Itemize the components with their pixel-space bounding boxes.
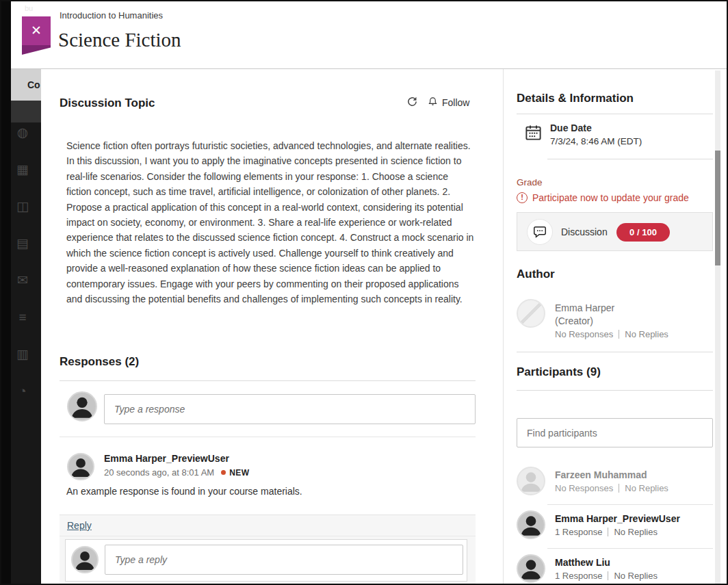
underlay-nav-icon-grid: ▦	[15, 162, 30, 177]
author-stats: No Responses No Replies	[555, 329, 668, 339]
underlay-top-text: bu	[25, 4, 33, 12]
follow-button[interactable]: Follow	[428, 96, 469, 109]
response-author-name: Emma Harper_PreviewUser	[104, 453, 229, 464]
scrollbar-track[interactable]	[715, 70, 720, 584]
reply-user-avatar	[71, 546, 99, 573]
reply-section: Reply	[60, 515, 476, 585]
response-body: An example response is found in your cou…	[66, 486, 302, 497]
author-avatar	[517, 299, 545, 328]
bell-icon	[428, 96, 438, 109]
topic-actions: Follow	[406, 96, 469, 109]
underlay-nav-icon-panel: ◫	[15, 199, 30, 214]
participant-name[interactable]: Emma Harper_PreviewUser	[555, 513, 680, 524]
participant-avatar	[517, 554, 545, 583]
participant-divider	[547, 504, 713, 505]
refresh-button[interactable]	[406, 96, 418, 109]
participant-responses: 1 Response	[555, 527, 602, 537]
author-replies-count: No Replies	[625, 329, 668, 339]
details-divider-4	[517, 390, 713, 391]
author-name: Emma Harper	[555, 302, 614, 313]
responses-divider	[60, 380, 476, 381]
follow-label: Follow	[442, 97, 469, 108]
app-nav-strip	[0, 0, 11, 585]
reply-link-row: Reply	[60, 515, 476, 536]
participants-heading: Participants (9)	[517, 365, 601, 379]
participant-name[interactable]: Farzeen Muhammad	[555, 469, 647, 480]
author-role: (Creator)	[555, 315, 593, 326]
page-title: Science Fiction	[58, 29, 181, 51]
participant-replies: No Replies	[614, 571, 658, 581]
grade-item-label: Discussion	[561, 226, 608, 237]
response-meta: 20 seconds ago, at 8:01 AM NEW	[104, 467, 249, 478]
details-divider-3	[517, 352, 713, 352]
calendar-icon	[524, 123, 543, 144]
stats-divider	[619, 484, 619, 493]
header-divider	[11, 68, 727, 69]
underlay-nav-icon-mail: ✉	[15, 273, 30, 288]
underlay-course-menu	[11, 69, 41, 585]
underlay-nav-icon-list: ▤	[15, 236, 30, 251]
reply-link[interactable]: Reply	[67, 520, 92, 531]
participant-responses: 1 Response	[555, 571, 602, 581]
author-responses-count: No Responses	[555, 329, 613, 339]
discussion-icon	[527, 219, 553, 245]
discussion-topic-heading: Discussion Topic	[60, 96, 155, 110]
grade-item-row[interactable]: Discussion 0 / 100	[517, 212, 713, 251]
participant-stats: 1 Response No Replies	[555, 571, 658, 581]
stats-divider	[608, 528, 608, 536]
response-author-avatar	[67, 453, 94, 480]
scrollbar-thumb[interactable]	[715, 151, 720, 265]
reply-input[interactable]	[105, 545, 463, 575]
grade-warning-text: Participate now to update your grade	[532, 192, 689, 203]
response-timestamp: 20 seconds ago, at 8:01 AM	[104, 467, 214, 478]
underlay-nav-icon-clock: ◔	[15, 384, 30, 399]
discussion-topic-body: Science fiction often portrays futuristi…	[66, 138, 475, 307]
current-user-avatar	[67, 391, 97, 421]
underlay-band	[11, 101, 41, 122]
participant-stats: No Responses No Replies	[555, 483, 668, 493]
responses-heading: Responses (2)	[60, 355, 139, 369]
participant-responses: No Responses	[555, 483, 613, 493]
participant-divider	[547, 548, 713, 549]
underlay-nav-icon-menu: ≡	[15, 310, 30, 325]
underlay-nav-icon-globe: ◍	[15, 125, 30, 140]
find-participants-input[interactable]	[517, 418, 713, 447]
author-heading: Author	[517, 268, 555, 281]
participant-avatar	[517, 510, 545, 539]
grade-label: Grade	[517, 177, 543, 187]
details-divider-2	[547, 159, 713, 159]
grade-warning-row: ! Participate now to update your grade	[517, 192, 689, 203]
breadcrumb-course-name: Introduction to Humanities	[60, 10, 163, 21]
underlay-nav-icon-gradebook: ▥	[15, 347, 30, 362]
compose-divider	[60, 437, 476, 437]
underlay-tab-content[interactable]: Co	[11, 69, 41, 101]
participant-replies: No Replies	[614, 527, 658, 537]
details-information-heading: Details & Information	[517, 92, 634, 105]
participant-avatar	[517, 467, 545, 495]
warning-icon: !	[517, 192, 528, 203]
reply-compose-box	[65, 539, 467, 582]
close-panel-button[interactable]: ✕	[22, 16, 51, 45]
participant-replies: No Replies	[625, 483, 668, 493]
details-divider-1	[517, 114, 713, 114]
due-date-label: Due Date	[550, 122, 592, 133]
column-divider	[503, 69, 504, 585]
due-date-value: 7/3/24, 8:46 AM (EDT)	[550, 136, 642, 146]
new-dot-icon	[221, 470, 226, 475]
stats-divider	[608, 571, 608, 580]
participant-stats: 1 Response No Replies	[555, 527, 658, 537]
participant-name[interactable]: Matthew Liu	[555, 557, 610, 568]
new-badge: NEW	[229, 468, 249, 478]
stats-divider	[619, 330, 619, 339]
grade-score-pill: 0 / 100	[616, 223, 670, 242]
refresh-icon	[406, 96, 418, 109]
response-input[interactable]	[104, 394, 476, 424]
